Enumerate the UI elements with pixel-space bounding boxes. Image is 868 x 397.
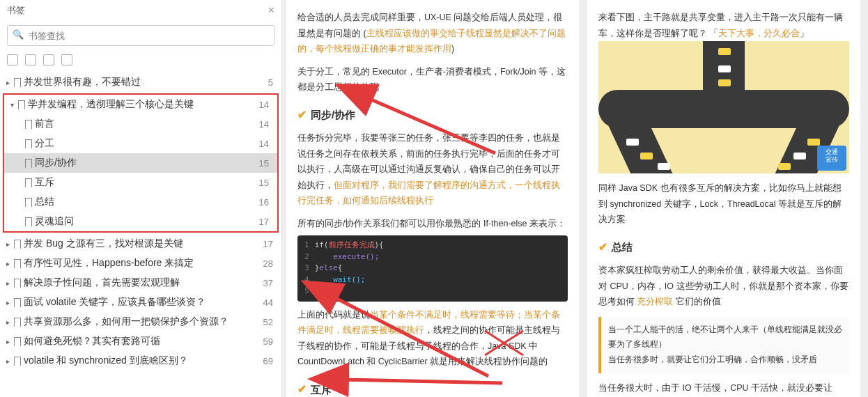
caret-icon[interactable]: ▸ xyxy=(4,318,11,326)
bookmark-tool2-icon[interactable] xyxy=(61,54,72,65)
outline-item[interactable]: 灵魂追问 17 xyxy=(4,212,277,231)
caret-icon[interactable]: ▸ xyxy=(4,79,11,86)
page-number: 14 xyxy=(259,119,269,130)
outline-label: 共享资源那么多，如何用一把锁保护多个资源？ xyxy=(24,316,228,328)
outline-label: 总结 xyxy=(35,196,54,208)
caret-icon[interactable]: ▸ xyxy=(4,338,11,345)
paragraph: 所有的同步/协作关系我们都可以用你最熟悉的 If-then-else 来表示： xyxy=(297,216,568,232)
page-number: 69 xyxy=(263,356,273,366)
outline-item[interactable]: 总结 16 xyxy=(4,192,277,212)
paragraph: 给合适的人员去完成同样重要，UX-UE 问题交给后端人员处理，很显然是有问题的 … xyxy=(297,10,568,57)
page-number: 59 xyxy=(263,336,273,347)
outline-item[interactable]: 分工 14 xyxy=(4,134,277,153)
page-number: 44 xyxy=(263,297,273,308)
outline-label: volatile 和 synchronized 到底啥区别？ xyxy=(24,355,188,367)
outline-item[interactable]: 前言 14 xyxy=(4,114,277,134)
caret-icon[interactable]: ▸ xyxy=(4,279,11,287)
page-left: 给合适的人员去完成同样重要，UX-UE 问题交给后端人员处理，很显然是有问题的 … xyxy=(286,0,579,397)
check-icon: ✔ xyxy=(297,380,307,397)
bookmark-tool-icon[interactable] xyxy=(43,54,54,65)
section-heading-mutex: ✔互斥 xyxy=(297,380,568,397)
paragraph: 任务拆分完毕，我要等张三的任务，张三要等李四的任务，也就是说任务之间存在依赖关系… xyxy=(297,130,568,209)
bookmark-icon xyxy=(24,217,32,226)
caret-icon[interactable]: ▸ xyxy=(4,260,11,267)
bookmark-sidebar: 书签 × 🔍 ▸并发世界很有趣，不要错过 5 ▾学并发编程，透彻理解三个核心是关… xyxy=(0,0,282,397)
link-text[interactable]: 但面对程序，我们需要了解程序的沟通方式，一个线程执行完任务，如何通知后续线程执行 xyxy=(297,180,560,206)
bookmark-icon xyxy=(13,297,21,307)
outline-label: 灵魂追问 xyxy=(35,215,74,228)
section-heading-sync: ✔同步/协作 xyxy=(297,105,568,125)
paragraph: 当任务很大时，由于 IO 干活慢，CPU 干活快，就没必要让 CPU 死等当前的… xyxy=(598,380,849,397)
page-number: 15 xyxy=(259,158,269,169)
highlighted-group: ▾学并发编程，透彻理解三个核心是关键 14 前言 14 分工 14 同步/协作 … xyxy=(3,93,279,233)
bookmark-icon xyxy=(13,239,21,249)
outline-label: 并发 Bug 之源有三，找对根源是关键 xyxy=(24,238,183,250)
page-number: 17 xyxy=(263,239,273,249)
bookmark-icon xyxy=(13,278,21,288)
bookmark-icon xyxy=(24,119,32,129)
sidebar-header: 书签 × xyxy=(0,0,281,21)
bookmark-icon xyxy=(13,77,21,87)
outline-label: 前言 xyxy=(35,118,54,130)
bookmark-icon xyxy=(13,258,21,268)
outline-label: 如何避免死锁？其实有套路可循 xyxy=(24,335,160,348)
road-illustration: 交通宣传 xyxy=(598,41,849,173)
close-icon[interactable]: × xyxy=(268,4,274,17)
collapse-all-icon[interactable] xyxy=(25,54,36,65)
code-block: 1if(前序任务完成){ 2 execute(); 3}else{ 4 wait… xyxy=(297,235,568,302)
bookmark-icon xyxy=(24,139,32,148)
page-number: 14 xyxy=(259,139,269,149)
paragraph: 来看下图，主干路就是共享变量，进入主干路一次只能有一辆车，这样你是否理解了呢？ … xyxy=(598,10,849,41)
check-icon: ✔ xyxy=(297,105,307,125)
link-text[interactable]: 充分榨取 xyxy=(637,297,673,306)
quote-block: 当一个工人能干的活，绝不让两个人来干（单线程能满足就没必要为了多线程） 当任务很… xyxy=(598,317,849,373)
outline-label: 有序性可见性，Happens-before 来搞定 xyxy=(24,257,194,270)
expand-all-icon[interactable] xyxy=(7,54,18,65)
paragraph: 上面的代码就是说当某个条件不满足时，线程需要等待；当某个条件满足时，线程需要被唤… xyxy=(297,307,568,370)
outline-item[interactable]: ▸volatile 和 synchronized 到底啥区别？ 69 xyxy=(0,351,281,371)
outline-item[interactable]: ▸共享资源那么多，如何用一把锁保护多个资源？ 52 xyxy=(0,312,281,332)
outline-item[interactable]: ▸并发 Bug 之源有三，找对根源是关键 17 xyxy=(0,234,281,254)
outline-item[interactable]: ▸并发世界很有趣，不要错过 5 xyxy=(0,72,281,92)
caret-icon[interactable]: ▸ xyxy=(4,299,11,306)
caret-icon[interactable]: ▸ xyxy=(4,357,11,365)
search-input[interactable] xyxy=(7,25,274,46)
bookmark-icon xyxy=(13,356,21,366)
link-text[interactable]: 天下大事，分久必合 xyxy=(718,29,800,38)
document-viewer[interactable]: 给合适的人员去完成同样重要，UX-UE 问题交给后端人员处理，很显然是有问题的 … xyxy=(282,0,868,397)
outline-label: 分工 xyxy=(35,137,54,150)
outline-item[interactable]: ▸解决原子性问题，首先需要宏观理解 37 xyxy=(0,273,281,293)
outline-label: 同步/协作 xyxy=(35,157,77,169)
page-number: 17 xyxy=(259,217,269,227)
page-number: 16 xyxy=(259,197,269,208)
outline-item[interactable]: ▸面试 volatile 关键字，应该具备哪些谈资？ 44 xyxy=(0,293,281,312)
sidebar-tools xyxy=(0,50,281,70)
outline-label: 互斥 xyxy=(35,176,54,189)
page-number: 28 xyxy=(263,258,273,269)
bookmark-icon xyxy=(24,158,32,168)
outline-label: 解决原子性问题，首先需要宏观理解 xyxy=(24,277,180,289)
caret-icon[interactable]: ▸ xyxy=(4,240,11,248)
paragraph: 关于分工，常见的 Executor，生产者-消费者模式，Fork/Join 等，… xyxy=(297,64,568,95)
page-right: 来看下图，主干路就是共享变量，进入主干路一次只能有一辆车，这样你是否理解了呢？ … xyxy=(587,0,860,397)
outline-item[interactable]: ▾学并发编程，透彻理解三个核心是关键 14 xyxy=(4,95,277,114)
outline-tree: ▸并发世界很有趣，不要错过 5 ▾学并发编程，透彻理解三个核心是关键 14 前言… xyxy=(0,70,281,397)
outline-item[interactable]: ▸如何避免死锁？其实有套路可循 59 xyxy=(0,332,281,351)
outline-label: 面试 volatile 关键字，应该具备哪些谈资？ xyxy=(24,296,206,309)
check-icon: ✔ xyxy=(598,238,607,258)
outline-label: 学并发编程，透彻理解三个核心是关键 xyxy=(28,98,194,111)
page-number: 52 xyxy=(263,317,273,327)
page-number: 15 xyxy=(259,178,269,188)
bookmark-icon xyxy=(24,197,32,207)
bookmark-icon xyxy=(24,178,32,187)
section-heading-summary: ✔总结 xyxy=(598,238,849,258)
watermark-badge: 交通宣传 xyxy=(817,146,846,171)
outline-item-selected[interactable]: 同步/协作 15 xyxy=(4,153,277,173)
caret-icon[interactable]: ▾ xyxy=(8,101,15,109)
page-number: 5 xyxy=(268,77,273,88)
bookmark-icon xyxy=(13,336,21,346)
outline-item[interactable]: ▸有序性可见性，Happens-before 来搞定 28 xyxy=(0,254,281,273)
search-icon: 🔍 xyxy=(13,29,24,40)
outline-item[interactable]: 互斥 15 xyxy=(4,173,277,192)
paragraph: 资本家疯狂榨取劳动工人的剩余价值，获得最大收益。当你面对 CPU，内存，IO 这… xyxy=(598,263,849,310)
